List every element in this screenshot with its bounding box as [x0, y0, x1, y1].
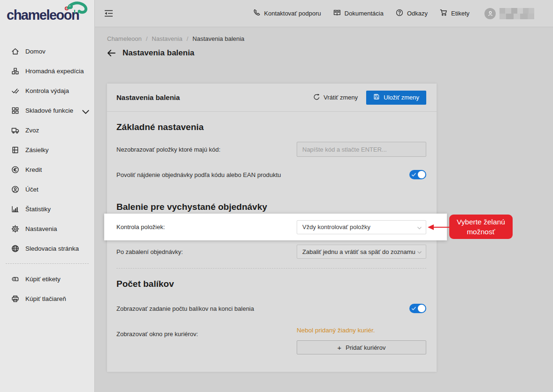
top-link-label: Odkazy — [407, 10, 428, 17]
truck-icon — [11, 126, 19, 134]
sidebar-item-kupit-tlaciaren[interactable]: Kúpiť tlačiareň — [0, 289, 94, 308]
sidebar-item-kredit[interactable]: Kredit — [0, 160, 94, 179]
hide-items-label: Nezobrazovať položky ktoré majú kód: — [116, 146, 221, 153]
after-packing-label: Po zabalení objednávky: — [116, 248, 183, 255]
sidebar-item-label: Domov — [25, 48, 46, 55]
tour-callout: Vyberte želanú možnosť — [449, 215, 513, 239]
breadcrumb-item-home[interactable]: Chameleoon — [107, 35, 142, 42]
breadcrumb-item-settings[interactable]: Nastavenia — [152, 35, 182, 42]
question-circle-icon — [396, 9, 403, 18]
couriers-control: Nebol pridaný žiadny kuriér. + Pridať ku… — [297, 326, 426, 354]
undo-icon — [313, 93, 320, 102]
chevron-down-icon — [417, 225, 422, 230]
item-control-selected-value: Vždy kontrolovať položky — [302, 223, 370, 231]
ean-search-toggle[interactable] — [409, 170, 426, 179]
package-count-toggle[interactable] — [409, 304, 426, 313]
check-icon — [412, 173, 416, 177]
sidebar-item-label: Sledovacia stránka — [25, 245, 79, 252]
setting-row-couriers: Zobrazovať okno pre kuriérov: Nebol prid… — [116, 326, 426, 354]
double-check-icon — [11, 87, 19, 95]
setting-row-after-packing: Po zabalení objednávky: Zabaliť jednu a … — [116, 245, 426, 259]
sidebar-item-label: Kontrola výdaja — [25, 87, 69, 94]
save-changes-label: Uložiť zmeny — [384, 94, 419, 101]
user-name-redacted — [499, 8, 534, 19]
label-roll-icon — [11, 275, 19, 283]
sidebar-collapse-button[interactable] — [104, 10, 113, 17]
section-divider — [116, 268, 426, 269]
documentation-link[interactable]: Dokumentácia — [333, 9, 384, 18]
package-list-icon — [11, 146, 19, 154]
user-circle-icon — [11, 185, 19, 193]
sidebar-item-skladove-funkcie[interactable]: Skladové funkcie — [0, 100, 94, 120]
card-header: Nastavenia balenia Vrátiť zmeny Uložiť z… — [107, 84, 437, 112]
couriers-label: Zobrazovať okno pre kuriérov: — [116, 326, 198, 338]
sidebar-item-label: Účet — [25, 186, 38, 193]
sidebar-item-label: Hromadná expedícia — [25, 68, 84, 75]
sidebar-nav: Domov Hromadná expedícia Kontrola výdaja… — [0, 41, 94, 308]
labels-link[interactable]: Etikety — [440, 9, 469, 18]
setting-row-ean-search: Povoliť nájdenie objednávky podľa kódu a… — [116, 169, 426, 180]
sidebar-item-sledovacia-stranka[interactable]: Sledovacia stránka — [0, 238, 94, 258]
sidebar-item-kontrola-vydaja[interactable]: Kontrola výdaja — [0, 81, 94, 100]
card-title: Nastavenia balenia — [116, 93, 180, 101]
card-actions: Vrátiť zmeny Uložiť zmeny — [313, 91, 426, 105]
sidebar-item-label: Nastavenia — [25, 225, 57, 232]
section-title-packing: Balenie pre vychystané objednávky — [116, 201, 426, 213]
page-title-row: Nastavenia balenia — [107, 48, 553, 58]
links-link[interactable]: Odkazy — [396, 9, 428, 18]
save-changes-button[interactable]: Uložiť zmeny — [366, 91, 426, 105]
user-menu[interactable] — [484, 8, 534, 19]
callout-arrowhead — [428, 224, 434, 230]
sidebar-item-statistiky[interactable]: Štatistiky — [0, 199, 94, 219]
revert-changes-button[interactable]: Vrátiť zmeny — [313, 93, 358, 102]
settings-card: Nastavenia balenia Vrátiť zmeny Uložiť z… — [107, 84, 437, 372]
printer-icon — [11, 295, 19, 303]
boxes-icon — [11, 67, 19, 75]
sidebar-divider — [6, 263, 89, 264]
sidebar-item-label: Kúpiť etikety — [25, 276, 61, 283]
setting-row-item-control-highlighted: Kontrola položiek: Vždy kontrolovať polo… — [104, 214, 447, 240]
chevron-down-icon — [82, 108, 87, 113]
sidebar-item-label: Kredit — [25, 166, 42, 173]
section-title-basic: Základné nastavenia — [116, 121, 426, 133]
callout-arrow-line — [434, 227, 450, 228]
breadcrumb-separator: / — [146, 35, 148, 42]
chevron-down-icon — [417, 249, 422, 254]
toggle-knob — [418, 305, 425, 312]
topbar-links: Kontaktovať podporu Dokumentácia Odkazy … — [253, 8, 534, 19]
euro-icon — [11, 166, 19, 174]
hide-items-code-input[interactable] — [297, 142, 426, 157]
tour-callout-line1: Vyberte želanú — [451, 217, 511, 227]
brand-logo[interactable]: chameleoon — [0, 0, 94, 29]
back-arrow-icon[interactable] — [107, 50, 115, 56]
after-packing-selected-value: Zabaliť jednu a vrátiť sa späť do zoznam… — [302, 248, 415, 255]
save-icon — [373, 93, 380, 101]
book-icon — [333, 9, 341, 18]
contact-support-link[interactable]: Kontaktovať podporu — [253, 9, 321, 18]
sidebar-item-kupit-etikety[interactable]: Kúpiť etikety — [0, 269, 94, 289]
sidebar-item-zasielky[interactable]: Zásielky — [0, 140, 94, 160]
sidebar-item-domov[interactable]: Domov — [0, 41, 94, 61]
sidebar-item-zvoz[interactable]: Zvoz — [0, 120, 94, 140]
sidebar-item-label: Zásielky — [25, 146, 49, 154]
setting-row-hide-items: Nezobrazovať položky ktoré majú kód: — [116, 142, 426, 157]
breadcrumb-separator: / — [186, 35, 188, 42]
card-body: Základné nastavenia Nezobrazovať položky… — [107, 121, 437, 354]
ean-search-label: Povoliť nájdenie objednávky podľa kódu a… — [116, 171, 281, 178]
sidebar-item-label: Skladové funkcie — [25, 107, 73, 114]
top-link-label: Kontaktovať podporu — [264, 10, 321, 17]
after-packing-select[interactable]: Zabaliť jednu a vrátiť sa späť do zoznam… — [297, 245, 426, 259]
sidebar-item-hromadna-expedicia[interactable]: Hromadná expedícia — [0, 61, 94, 81]
home-icon — [11, 47, 19, 55]
item-control-select[interactable]: Vždy kontrolovať položky — [297, 220, 426, 234]
gear-icon — [11, 225, 19, 233]
grid-icon — [11, 107, 19, 115]
add-couriers-button[interactable]: + Pridať kuriérov — [297, 340, 426, 354]
package-count-label: Zobrazovať zadanie počtu balíkov na konc… — [116, 305, 254, 312]
plus-icon: + — [338, 344, 342, 352]
globe-icon — [11, 245, 19, 253]
sidebar-item-ucet[interactable]: Účet — [0, 179, 94, 199]
sidebar-item-nastavenia[interactable]: Nastavenia — [0, 219, 94, 238]
item-control-control: Vždy kontrolovať položky — [297, 220, 426, 234]
check-icon — [412, 307, 416, 311]
